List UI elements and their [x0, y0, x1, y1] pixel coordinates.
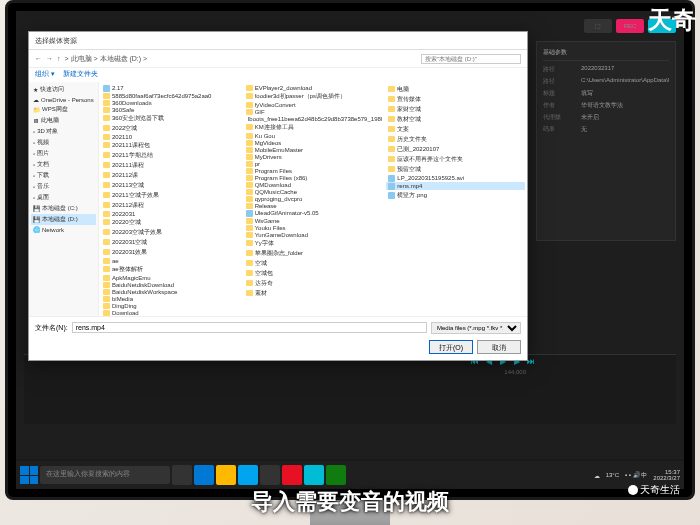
tray-icons[interactable]: ▪ ▪ 🔊 中 — [625, 471, 647, 480]
file-item[interactable]: foodier3d初passer（ps调色插件） — [244, 91, 383, 101]
new-folder-button[interactable]: 新建文件夹 — [63, 69, 98, 81]
task-icon[interactable] — [260, 465, 280, 485]
file-item[interactable]: 宣传媒体 — [386, 94, 525, 104]
file-item[interactable]: 202110 — [101, 133, 240, 140]
file-item[interactable]: 202111课程 — [101, 160, 240, 170]
sidebar-item[interactable]: ▫ 音乐 — [31, 181, 96, 192]
file-item[interactable]: ae整体解析 — [101, 264, 240, 274]
file-item[interactable]: BaiduNetdiskWorkspace — [101, 288, 240, 295]
file-item[interactable]: 202113空城 — [101, 180, 240, 190]
top-button[interactable]: ⬚ — [584, 19, 612, 33]
task-icon[interactable] — [216, 465, 236, 485]
open-button[interactable]: 打开(O) — [429, 340, 473, 354]
nav-up-icon[interactable]: ↑ — [57, 55, 61, 62]
search-input[interactable] — [421, 54, 521, 64]
file-item[interactable]: 苹果圈杂志_folder — [244, 248, 383, 258]
sidebar-item[interactable]: ☁ OneDrive - Persons — [31, 95, 96, 104]
file-item[interactable]: EVPlayer2_download — [244, 84, 383, 91]
file-item[interactable]: QMDownload — [244, 181, 383, 188]
file-item[interactable]: 2022031空城 — [101, 237, 240, 247]
file-item-selected[interactable]: rens.mp4 — [386, 182, 525, 190]
taskbar-search[interactable]: 在这里输入你要搜索的内容 — [40, 466, 170, 484]
file-item[interactable]: 家财空城 — [386, 104, 525, 114]
sidebar-item[interactable]: 🌐 Network — [31, 225, 96, 234]
file-item[interactable]: 横竖方.png — [386, 190, 525, 200]
file-item[interactable]: Yy字体 — [244, 238, 383, 248]
sidebar-item[interactable]: ▫ 文档 — [31, 159, 96, 170]
file-item[interactable]: Youku Files — [244, 224, 383, 231]
breadcrumb[interactable]: ← → ↑ > 此电脑 > 本地磁盘 (D:) > — [29, 50, 527, 68]
file-item[interactable]: 202112课 — [101, 170, 240, 180]
record-button[interactable]: REC — [616, 19, 644, 33]
task-icon[interactable] — [194, 465, 214, 485]
task-icon[interactable] — [172, 465, 192, 485]
sidebar-quick-access[interactable]: ★ 快速访问 — [31, 84, 96, 95]
sidebar-item[interactable]: 💾 本地磁盘 (C:) — [31, 203, 96, 214]
file-item[interactable]: 预留空城 — [386, 164, 525, 174]
file-item[interactable]: 360Downloads — [101, 99, 240, 106]
file-item[interactable]: 文案 — [386, 124, 525, 134]
sidebar-item[interactable]: ▫ 图片 — [31, 148, 96, 159]
filename-input[interactable] — [72, 322, 427, 333]
file-item[interactable]: fyVideoConvert — [244, 101, 383, 108]
start-button[interactable] — [20, 466, 38, 484]
file-item[interactable]: Release — [244, 202, 383, 209]
file-item[interactable]: Iboots_free11beea62d48b5c29d8b3738e579_1… — [244, 115, 383, 122]
file-item[interactable]: 20220空城 — [101, 217, 240, 227]
file-item[interactable]: pr — [244, 160, 383, 167]
file-item[interactable]: KM连接修工具 — [244, 122, 383, 132]
file-item[interactable]: 教材空城 — [386, 114, 525, 124]
file-item[interactable]: 202111课程包 — [101, 140, 240, 150]
filetype-select[interactable]: Media files (*.mpg *.fkv *.mo... — [431, 322, 521, 334]
sidebar-item[interactable]: 📁 WPS网盘 — [31, 104, 96, 115]
system-tray[interactable]: ☁ 13°C ▪ ▪ 🔊 中 15:372022/3/27 — [594, 469, 680, 481]
file-item[interactable]: 空城包 — [244, 268, 383, 278]
timeline[interactable]: ⏮ ◀ ▶ ▶ ⏭ 144,000 — [24, 354, 676, 424]
file-item[interactable]: 2022031效果 — [101, 247, 240, 257]
file-item[interactable]: 360安全浏览器下载 — [101, 113, 240, 123]
file-item[interactable]: ae — [101, 257, 240, 264]
file-item[interactable]: 历史文件夹 — [386, 134, 525, 144]
file-item[interactable]: 2022031 — [101, 210, 240, 217]
file-item[interactable]: ApkMagicEmu — [101, 274, 240, 281]
file-item[interactable]: biMedia — [101, 295, 240, 302]
file-item[interactable]: 360Safe — [101, 106, 240, 113]
file-item[interactable]: Download — [101, 309, 240, 316]
file-item[interactable]: LP_20220315195925.avi — [386, 174, 525, 182]
file-item[interactable]: DingDing — [101, 302, 240, 309]
file-item[interactable]: 2.17 — [101, 84, 240, 92]
file-item[interactable]: 空城 — [244, 258, 383, 268]
cancel-button[interactable]: 取消 — [477, 340, 521, 354]
sidebar-item[interactable]: ▫ 下载 — [31, 170, 96, 181]
file-item[interactable]: 素材 — [244, 288, 383, 298]
file-item[interactable]: WsGame — [244, 217, 383, 224]
file-item[interactable]: 达芬奇 — [244, 278, 383, 288]
file-item[interactable]: BaiduNetdiskDownload — [101, 281, 240, 288]
task-icon[interactable] — [326, 465, 346, 485]
organize-menu[interactable]: 组织 ▾ — [35, 69, 55, 81]
nav-back-icon[interactable]: ← — [35, 55, 42, 62]
sidebar-item[interactable]: 🖥 此电脑 — [31, 115, 96, 126]
file-item[interactable]: Program Files — [244, 167, 383, 174]
file-item[interactable]: UleadGifAnimator-v5.05 — [244, 209, 383, 217]
file-item[interactable]: 已测_20220107 — [386, 144, 525, 154]
weather-icon[interactable]: ☁ — [594, 472, 600, 479]
file-item[interactable]: 应该不用再弄这个文件夹 — [386, 154, 525, 164]
sidebar-item[interactable]: ▫ 视频 — [31, 137, 96, 148]
file-item[interactable]: MgVideos — [244, 139, 383, 146]
task-icon[interactable] — [238, 465, 258, 485]
task-icon[interactable] — [304, 465, 324, 485]
file-item[interactable]: GIF — [244, 108, 383, 115]
file-item[interactable]: 5885d80faaf6af73ecfc642d975a2aa0 — [101, 92, 240, 99]
sidebar-item[interactable]: ▫ 3D 对象 — [31, 126, 96, 137]
file-item[interactable]: YunGameDownload — [244, 231, 383, 238]
file-item[interactable]: MyDrivers — [244, 153, 383, 160]
file-item[interactable]: MobileEmuMaster — [244, 146, 383, 153]
nav-fwd-icon[interactable]: → — [46, 55, 53, 62]
file-item[interactable]: Program Files (x86) — [244, 174, 383, 181]
file-item[interactable]: qyproging_dvcpro — [244, 195, 383, 202]
file-item[interactable]: 202203空城子效果 — [101, 227, 240, 237]
file-item[interactable]: 20211学期总结 — [101, 150, 240, 160]
file-item[interactable]: Ku Gou — [244, 132, 383, 139]
file-item[interactable]: 20211空城子效果 — [101, 190, 240, 200]
